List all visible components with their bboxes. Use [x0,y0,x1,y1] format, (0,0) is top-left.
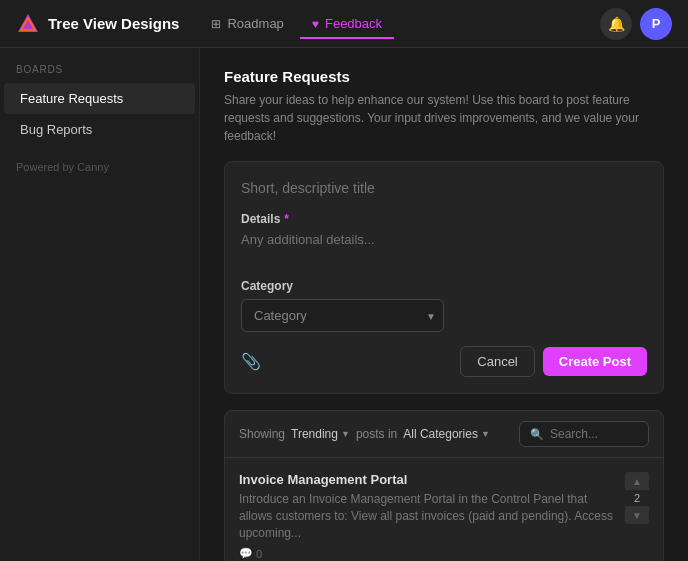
roadmap-icon: ⊞ [211,17,221,31]
post-form: Details * Category Category UI Backend P… [224,161,664,394]
posts-filter-bar: Showing Trending ▼ posts in All Categori… [225,411,663,458]
comment-count: 💬 0 [239,547,262,560]
tab-feedback[interactable]: ♥ Feedback [300,10,394,39]
vote-count: 2 [634,492,640,504]
feedback-icon: ♥ [312,17,319,31]
post-title-input[interactable] [241,178,647,198]
cancel-button[interactable]: Cancel [460,346,534,377]
sidebar-item-feature-requests[interactable]: Feature Requests [4,83,195,114]
category-label: Category [241,279,647,293]
create-post-button[interactable]: Create Post [543,347,647,376]
notification-bell-button[interactable]: 🔔 [600,8,632,40]
logo-text: Tree View Designs [48,15,179,32]
powered-by: Powered by Canny [0,161,199,173]
sidebar: BOARDS Feature Requests Bug Reports Powe… [0,48,200,561]
trending-dropdown[interactable]: Trending ▼ [291,427,350,441]
posts-in-label: posts in [356,427,397,441]
search-box: 🔍 [519,421,649,447]
categories-chevron-icon: ▼ [481,429,490,439]
vote-box: ▲ 2 ▼ [625,472,649,560]
form-actions: 📎 Cancel Create Post [241,346,647,377]
search-icon: 🔍 [530,428,544,441]
posts-section: Showing Trending ▼ posts in All Categori… [224,410,664,561]
header-right: 🔔 P [600,8,672,40]
nav-tabs: ⊞ Roadmap ♥ Feedback [199,9,394,38]
header: Tree View Designs ⊞ Roadmap ♥ Feedback 🔔… [0,0,688,48]
attach-button[interactable]: 📎 [241,352,261,371]
post-desc: Introduce an Invoice Management Portal i… [239,491,613,541]
trending-chevron-icon: ▼ [341,429,350,439]
showing-label: Showing [239,427,285,441]
sidebar-item-bug-reports[interactable]: Bug Reports [4,114,195,145]
vote-down-button[interactable]: ▼ [625,506,649,524]
boards-section-label: BOARDS [0,64,199,75]
page-description: Share your ideas to help enhance our sys… [224,91,664,145]
tab-roadmap[interactable]: ⊞ Roadmap [199,10,295,39]
required-indicator: * [284,212,289,226]
list-item: Invoice Management Portal Introduce an I… [225,458,663,561]
details-label: Details * [241,212,647,226]
post-title[interactable]: Invoice Management Portal [239,472,613,487]
post-content: Invoice Management Portal Introduce an I… [239,472,613,560]
comment-icon: 💬 [239,547,253,560]
logo: Tree View Designs [16,12,179,36]
page-title: Feature Requests [224,68,664,85]
all-categories-dropdown[interactable]: All Categories ▼ [403,427,490,441]
logo-icon [16,12,40,36]
main-layout: BOARDS Feature Requests Bug Reports Powe… [0,48,688,561]
content-area: Feature Requests Share your ideas to hel… [200,48,688,561]
user-avatar-button[interactable]: P [640,8,672,40]
category-select-wrapper: Category UI Backend Performance ▼ [241,299,647,332]
post-meta: 💬 0 [239,547,613,560]
search-input[interactable] [550,427,638,441]
vote-up-button[interactable]: ▲ [625,472,649,490]
details-textarea[interactable] [241,232,647,262]
category-select[interactable]: Category UI Backend Performance [241,299,444,332]
